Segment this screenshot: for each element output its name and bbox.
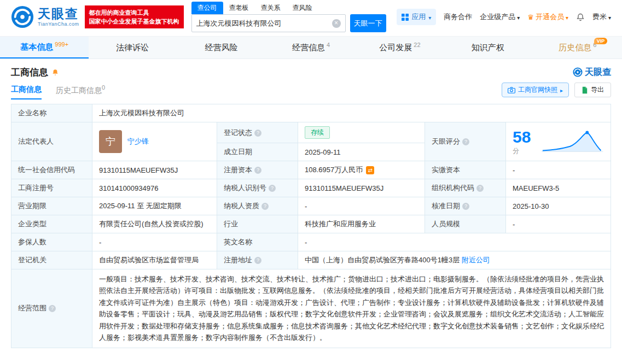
help-icon[interactable] — [254, 130, 261, 137]
tab-business-info[interactable]: 经营信息 4 — [266, 37, 355, 58]
tab-label: 公司发展 — [379, 43, 412, 53]
help-icon[interactable] — [462, 203, 469, 210]
table-row: 营业期限 2025-09-11 至 无固定期限 纳税人资质 - 核准日期 202… — [11, 197, 611, 215]
help-icon[interactable] — [254, 167, 261, 174]
export-label: 导出 — [591, 85, 604, 95]
value-company-type: 有限责任公司(自然人投资或控股) — [92, 215, 217, 233]
table-row: 登记机关 自由贸易试验区市场监督管理局 注册地址 中国（上海）自由贸易试验区芳春… — [11, 251, 611, 269]
crown-icon — [527, 13, 534, 21]
label-approval-date: 核准日期 — [425, 197, 506, 215]
status-badge: 存续 — [305, 126, 330, 139]
export-button[interactable]: 导出 — [574, 83, 611, 97]
username-label: 费米 — [592, 12, 607, 22]
tianyancha-logo-icon — [11, 5, 34, 28]
chevron-down-icon — [608, 13, 611, 21]
tab-legal-proceedings[interactable]: 法律诉讼 — [89, 37, 177, 58]
table-row: 参保人数 - 英文名称 - — [11, 233, 611, 251]
help-icon[interactable] — [476, 185, 484, 192]
snapshot-button[interactable]: 工商官网快照 — [502, 83, 569, 97]
value-credit-code: 91310115MAEUEFW35J — [92, 161, 217, 179]
vip-badge: VIP — [594, 38, 608, 44]
tab-company-development[interactable]: 公司发展 22 — [356, 37, 444, 58]
apps-label: 应用 — [411, 12, 426, 22]
help-icon[interactable] — [49, 305, 56, 312]
help-icon[interactable] — [261, 203, 269, 210]
search-tab-risk[interactable]: 查风险 — [287, 2, 318, 14]
notification-bell-icon[interactable] — [576, 13, 585, 22]
label-org-code: 组织机构代码 — [425, 179, 506, 197]
search-tab-boss[interactable]: 查老板 — [223, 2, 255, 14]
help-icon[interactable] — [462, 138, 469, 145]
table-row: 工商注册号 310141000934976 纳税人识别号 91310115MAE… — [11, 179, 611, 197]
vip-upgrade-menu[interactable]: 开通会员 — [527, 12, 568, 22]
tab-intellectual-property[interactable]: 知识产权 — [444, 37, 533, 58]
label-reg-authority: 登记机关 — [11, 251, 92, 269]
tianyancha-logo-icon — [573, 67, 583, 77]
tab-count: 22 — [414, 42, 420, 48]
search-button[interactable]: 天眼一下 — [350, 14, 386, 32]
search-box — [191, 14, 346, 32]
promo-banner: 都在用的商业查询工具 国家中小企业发展子基金旗下机构 — [85, 5, 184, 28]
value-taxpayer-id: 91310115MAEUEFW35J — [298, 179, 425, 197]
value-company-name: 上海次元模因科技有限公司 — [92, 104, 611, 122]
label-company-name: 企业名称 — [11, 104, 92, 122]
brand-name: 天眼查 — [38, 8, 79, 20]
cooperation-label: 商务合作 — [444, 12, 472, 22]
tianyancha-logo[interactable]: 天眼查 TianYanCha.com — [11, 5, 79, 28]
label-industry: 行业 — [217, 215, 298, 233]
currency-convert-icon[interactable] — [366, 166, 374, 174]
value-business-term: 2025-09-11 至 无固定期限 — [92, 197, 217, 215]
table-row: 经营范围 一般项目：技术服务、技术开发、技术咨询、技术交流、技术转让、技术推广；… — [11, 269, 611, 348]
score-unit: 分 — [513, 147, 519, 155]
tab-count: 4 — [327, 42, 330, 48]
tab-label: 经营风险 — [205, 43, 238, 53]
label-reg-status: 登记状态 — [217, 122, 298, 143]
search-tab-relation[interactable]: 查关系 — [255, 2, 287, 14]
legal-rep-avatar[interactable]: 宁 — [99, 130, 122, 153]
legal-rep-link[interactable]: 宁少锋 — [127, 137, 149, 146]
subtab-history-registration[interactable]: 历史工商信息0 — [56, 84, 105, 99]
section-title: 工商信息 — [11, 66, 48, 79]
grid-icon — [402, 14, 409, 21]
help-icon[interactable] — [254, 257, 261, 264]
tab-business-risk[interactable]: 经营风险 — [178, 37, 266, 58]
label-business-term: 营业期限 — [11, 197, 92, 215]
value-reg-authority: 自由贸易试验区市场监督管理局 — [92, 251, 217, 269]
enterprise-products-menu[interactable]: 企业级产品 — [480, 12, 520, 22]
tab-history-info[interactable]: 历史信息 6 VIP — [533, 37, 622, 58]
chevron-down-icon — [428, 13, 431, 21]
subscribe-bell-icon[interactable] — [51, 68, 59, 77]
company-info-table: 企业名称 上海次元模因科技有限公司 法定代表人 宁 宁少锋 登记状态 存续 天眼… — [11, 104, 611, 348]
business-cooperation-link[interactable]: 商务合作 — [444, 12, 472, 22]
chevron-right-icon — [560, 86, 563, 94]
value-english-name: - — [298, 233, 611, 251]
subtab-bar: 工商信息 历史工商信息0 工商官网快照 导出 — [11, 83, 611, 99]
label-reg-number: 工商注册号 — [11, 179, 92, 197]
snapshot-camera-icon — [508, 87, 515, 93]
chevron-down-icon — [566, 13, 568, 21]
label-reg-capital: 注册资本 — [217, 161, 298, 179]
label-company-type: 企业类型 — [11, 215, 92, 233]
table-row: 企业类型 有限责任公司(自然人投资或控股) 行业 科技推广和应用服务业 人员规模… — [11, 215, 611, 233]
apps-menu[interactable]: 应用 — [397, 9, 436, 25]
clear-search-icon[interactable] — [332, 19, 341, 28]
table-row: 企业名称 上海次元模因科技有限公司 — [11, 104, 611, 122]
search-tab-company[interactable]: 查公司 — [191, 2, 223, 14]
tab-count: 999+ — [55, 41, 68, 48]
value-legal-rep: 宁 宁少锋 — [92, 122, 217, 161]
label-insured-count: 参保人数 — [11, 233, 92, 251]
subtab-count: 0 — [102, 84, 105, 91]
header-menu: 应用 商务合作 企业级产品 开通会员 费米 — [397, 9, 611, 25]
nearby-companies-link[interactable]: 附近公司 — [462, 256, 490, 264]
value-reg-capital: 108.6957万人民币 — [298, 161, 425, 179]
search-input[interactable] — [196, 19, 332, 27]
help-icon[interactable] — [269, 185, 276, 192]
tab-basic-info[interactable]: 基本信息 999+ — [0, 37, 89, 58]
value-est-date: 2025-09-11 — [298, 143, 425, 161]
tab-label: 经营信息 — [292, 43, 325, 53]
main-content: 工商信息 天眼查 工商信息 历史工商信息0 — [0, 66, 622, 348]
label-credit-code: 统一社会信用代码 — [11, 161, 92, 179]
user-menu[interactable]: 费米 — [592, 12, 611, 22]
label-legal-rep: 法定代表人 — [11, 122, 92, 161]
subtab-business-registration[interactable]: 工商信息 — [11, 85, 42, 99]
